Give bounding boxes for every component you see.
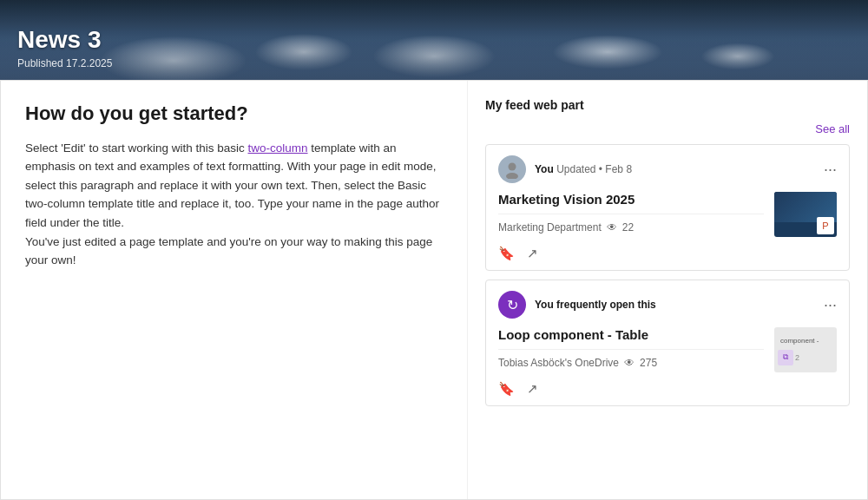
article-heading: How do you get started?: [25, 102, 443, 127]
card-content-row-1: Marketing Vision 2025 Marketing Departme…: [498, 192, 837, 237]
divider-2: [498, 349, 764, 350]
two-column-link[interactable]: two-column: [248, 141, 308, 155]
svg-point-1: [506, 173, 518, 179]
card-main-2: Loop component - Table Tobias Asböck's O…: [498, 327, 764, 369]
card-actions-1: 🔖 ↗: [498, 246, 837, 261]
card-title-1[interactable]: Marketing Vision 2025: [498, 192, 764, 207]
svg-point-0: [509, 163, 516, 171]
feed-card-1: You Updated • Feb 8 ··· Marketing Vision…: [485, 144, 850, 271]
page-title: News 3: [17, 25, 112, 55]
card-content-row-2: Loop component - Table Tobias Asböck's O…: [498, 327, 837, 372]
loop-thumb-icon-2: ⧉: [778, 350, 793, 365]
left-column: How do you get started? Select 'Edit' to…: [1, 81, 468, 499]
card-title-2[interactable]: Loop component - Table: [498, 327, 764, 342]
card-author-row-1: You Updated • Feb 8 ···: [498, 155, 837, 183]
card-meta-label-1: Marketing Department: [498, 221, 602, 234]
eye-icon-1: 👁: [607, 221, 617, 234]
author-info-1: You Updated • Feb 8: [535, 163, 632, 175]
author-updated-1: Updated • Feb 8: [556, 163, 632, 175]
hero-overlay: [0, 36, 868, 80]
loop-count: 2: [795, 353, 799, 362]
bookmark-icon-1[interactable]: 🔖: [498, 246, 515, 261]
card-meta-2: Tobias Asböck's OneDrive 👁 275: [498, 357, 764, 369]
loop-thumb-icons: ⧉ 2: [778, 350, 799, 365]
divider-1: [498, 214, 764, 214]
card-menu-1[interactable]: ···: [824, 161, 837, 179]
loop-avatar-icon: ↻: [507, 297, 518, 313]
right-column: My feed web part See all You Updated • F…: [468, 81, 867, 499]
avatar-person-icon: [503, 160, 522, 179]
share-icon-1[interactable]: ↗: [527, 246, 538, 261]
see-all-link[interactable]: See all: [485, 122, 850, 135]
share-icon-2[interactable]: ↗: [527, 381, 538, 397]
author-name-2: You frequently open this: [535, 299, 656, 311]
card-main-1: Marketing Vision 2025 Marketing Departme…: [498, 192, 764, 234]
card-author-left-1: You Updated • Feb 8: [498, 155, 632, 183]
feed-title: My feed web part: [485, 98, 850, 112]
hero-content: News 3 Published 17.2.2025: [17, 25, 112, 69]
card-meta-label-2: Tobias Asböck's OneDrive: [498, 357, 619, 369]
avatar-1: [498, 155, 526, 183]
card-thumbnail-1: P: [774, 192, 837, 237]
card-thumbnail-2: component - ⧉ 2: [774, 327, 837, 372]
main-container: How do you get started? Select 'Edit' to…: [0, 80, 868, 500]
ppt-thumb-icon-1: P: [817, 217, 834, 234]
feed-card-2: ↻ You frequently open this ··· Loop comp…: [485, 280, 850, 406]
card-actions-2: 🔖 ↗: [498, 381, 837, 397]
published-date: Published 17.2.2025: [17, 57, 112, 69]
bookmark-icon-2[interactable]: 🔖: [498, 381, 515, 397]
card-author-row-2: ↻ You frequently open this ···: [498, 291, 837, 319]
article-text-3: You've just edited a page template and y…: [25, 235, 432, 267]
loop-thumb-text: component -: [778, 334, 821, 348]
ppt-icon: P: [822, 220, 828, 231]
avatar-2: ↻: [498, 291, 526, 319]
author-info-2: You frequently open this: [535, 299, 656, 311]
card-menu-2[interactable]: ···: [824, 296, 837, 314]
eye-icon-2: 👁: [624, 357, 635, 369]
card-meta-1: Marketing Department 👁 22: [498, 221, 764, 234]
view-count-1: 22: [622, 221, 634, 234]
card-author-left-2: ↻ You frequently open this: [498, 291, 656, 319]
article-text-1: Select 'Edit' to start working with this…: [25, 141, 248, 155]
hero-banner: News 3 Published 17.2.2025: [0, 0, 868, 80]
author-name-1: You: [535, 163, 554, 175]
article-body: Select 'Edit' to start working with this…: [25, 139, 443, 270]
view-count-2: 275: [640, 357, 657, 369]
